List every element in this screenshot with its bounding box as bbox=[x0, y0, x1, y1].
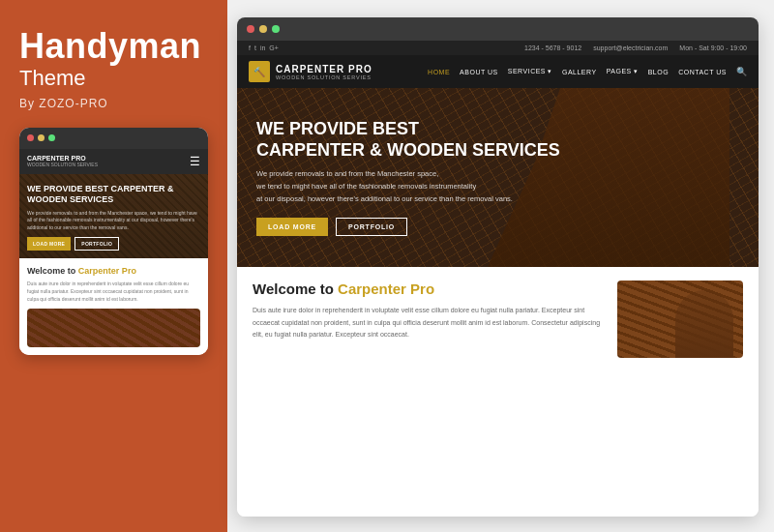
theme-by-line: By ZOZO-PRO bbox=[19, 97, 208, 110]
theme-title-main: Handyman bbox=[19, 27, 208, 66]
desktop-dot-green bbox=[272, 25, 280, 33]
mobile-portfolio-button[interactable]: PORTFOLIO bbox=[74, 237, 119, 251]
mobile-load-more-button[interactable]: LOAD MORE bbox=[27, 237, 71, 251]
contact-info: 1234 - 5678 - 9012 support@electrician.c… bbox=[524, 44, 747, 51]
mobile-hero: WE PROVIDE BEST CARPENTER & WOODEN SERVI… bbox=[19, 174, 208, 259]
welcome-description: Duis aute irure dolor in reprehenderit i… bbox=[253, 305, 604, 341]
mobile-welcome-title: Welcome to Carpenter Pro bbox=[27, 266, 200, 276]
mobile-dot-red bbox=[27, 134, 34, 141]
nav-contact[interactable]: CONTACT US bbox=[678, 69, 727, 75]
logo-icon: 🔨 bbox=[249, 61, 270, 82]
desktop-dot-red bbox=[247, 25, 254, 33]
site-logo: 🔨 CARPENTER PRO WOODEN SOLUTION SERVIES bbox=[249, 61, 372, 82]
social-icons: f t in G+ bbox=[249, 44, 279, 51]
mobile-top-bar bbox=[19, 128, 208, 149]
hero-buttons: LOAD MORE PORTFOLIO bbox=[256, 218, 560, 236]
mobile-mockup: CARPENTER PRO WOODEN SOLUTION SERVIES ☰ … bbox=[19, 128, 208, 356]
site-hero: WE PROVIDE BEST CARPENTER & WOODEN SERVI… bbox=[237, 88, 759, 267]
nav-home[interactable]: HOME bbox=[428, 69, 450, 75]
facebook-icon[interactable]: f bbox=[249, 44, 251, 51]
hero-title: WE PROVIDE BEST CARPENTER & WOODEN SERVI… bbox=[256, 119, 560, 161]
left-panel: Handyman Theme By ZOZO-PRO CARPENTER PRO… bbox=[0, 0, 227, 532]
desktop-top-bar bbox=[237, 17, 759, 41]
hero-content: WE PROVIDE BEST CARPENTER & WOODEN SERVI… bbox=[237, 119, 580, 235]
desktop-mockup: f t in G+ 1234 - 5678 - 9012 support@ele… bbox=[237, 17, 759, 517]
business-hours: Mon - Sat 9:00 - 19:00 bbox=[679, 44, 747, 51]
site-menu: HOME ABOUT US SERVICES ▾ GALLERY PAGES ▾… bbox=[428, 67, 747, 76]
nav-about[interactable]: ABOUT US bbox=[460, 69, 498, 75]
right-panel: f t in G+ 1234 - 5678 - 9012 support@ele… bbox=[227, 0, 774, 532]
mobile-dot-green bbox=[48, 134, 55, 141]
nav-blog[interactable]: BLOG bbox=[648, 69, 669, 75]
theme-title-sub: Theme bbox=[19, 66, 208, 91]
portfolio-button[interactable]: PORTFOLIO bbox=[336, 218, 407, 236]
googleplus-icon[interactable]: G+ bbox=[269, 44, 279, 51]
linkedin-icon[interactable]: in bbox=[260, 44, 265, 51]
mobile-brand: CARPENTER PRO WOODEN SOLUTION SERVIES bbox=[27, 155, 98, 167]
nav-pages[interactable]: PAGES ▾ bbox=[607, 68, 639, 75]
phone-number: 1234 - 5678 - 9012 bbox=[524, 44, 581, 51]
mobile-nav: CARPENTER PRO WOODEN SOLUTION SERVIES ☰ bbox=[19, 149, 208, 174]
nav-services[interactable]: SERVICES ▾ bbox=[508, 68, 552, 75]
mobile-hero-buttons: LOAD MORE PORTFOLIO bbox=[27, 237, 200, 251]
mobile-hero-desc: We provide removals to and from the Manc… bbox=[27, 210, 200, 232]
welcome-title: Welcome to Carpenter Pro bbox=[253, 281, 604, 297]
mobile-dot-yellow bbox=[38, 134, 45, 141]
site-nav: 🔨 CARPENTER PRO WOODEN SOLUTION SERVIES … bbox=[237, 55, 759, 88]
mobile-welcome-image bbox=[27, 309, 200, 347]
welcome-section: Welcome to Carpenter Pro Duis aute irure… bbox=[237, 267, 759, 517]
welcome-person-figure bbox=[675, 290, 733, 358]
mobile-welcome-desc: Duis aute irure dolor in reprehenderit i… bbox=[27, 280, 200, 303]
welcome-text: Welcome to Carpenter Pro Duis aute irure… bbox=[253, 281, 604, 503]
desktop-dot-yellow bbox=[259, 25, 267, 33]
email-address: support@electrician.com bbox=[593, 44, 668, 51]
search-icon[interactable]: 🔍 bbox=[736, 67, 747, 76]
site-topbar: f t in G+ 1234 - 5678 - 9012 support@ele… bbox=[237, 41, 759, 55]
logo-text: CARPENTER PRO WOODEN SOLUTION SERVIES bbox=[276, 64, 372, 80]
twitter-icon[interactable]: t bbox=[254, 44, 256, 51]
mobile-welcome-section: Welcome to Carpenter Pro Duis aute irure… bbox=[19, 258, 208, 355]
load-more-button[interactable]: LOAD MORE bbox=[256, 218, 328, 236]
mobile-hero-title: WE PROVIDE BEST CARPENTER & WOODEN SERVI… bbox=[27, 184, 200, 206]
hamburger-icon[interactable]: ☰ bbox=[190, 155, 200, 168]
hero-description: We provide removals to and from the Manc… bbox=[256, 168, 560, 205]
nav-gallery[interactable]: GALLERY bbox=[562, 69, 597, 75]
welcome-image bbox=[617, 281, 743, 358]
